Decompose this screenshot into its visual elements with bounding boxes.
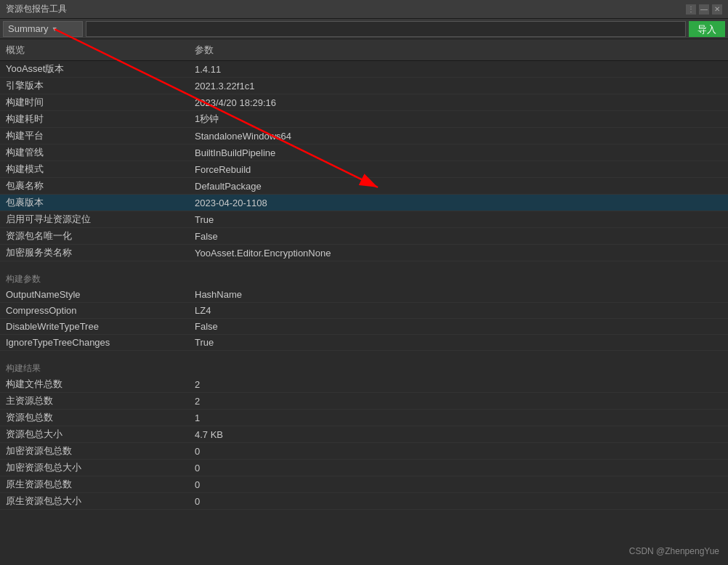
row-key: 构建耗时 — [6, 113, 195, 126]
row-val: False — [195, 231, 722, 242]
table-row: 资源包总大小 4.7 KB — [0, 426, 728, 443]
section-spacer — [0, 351, 728, 357]
row-val: 2023/4/20 18:29:16 — [195, 97, 722, 108]
row-val: 4.7 KB — [195, 429, 722, 440]
row-val: True — [195, 214, 722, 225]
table-row: 加密资源包总数 0 — [0, 443, 728, 460]
row-key: 资源包总大小 — [6, 428, 195, 441]
section-label-text: 构建参数 — [6, 273, 41, 285]
import-button[interactable]: 导入 — [689, 21, 725, 37]
row-key: IgnoreTypeTreeChanges — [6, 337, 195, 348]
row-key: 原生资源包总大小 — [6, 495, 195, 508]
row-key: 构建模式 — [6, 163, 195, 176]
section-label: 构建参数 — [0, 267, 728, 287]
table-row: OutputNameStyle HashName — [0, 287, 728, 303]
section-spacer — [0, 261, 728, 267]
row-key: 构建时间 — [6, 96, 195, 109]
column-headers: 概览 参数 — [0, 39, 728, 61]
dropdown-label: Summary — [8, 23, 49, 34]
row-key: 包裹版本 — [6, 196, 195, 209]
row-key: YooAsset版本 — [6, 62, 195, 76]
table-row: CompressOption LZ4 — [0, 303, 728, 319]
table-row: 资源包总数 1 — [0, 410, 728, 426]
row-val: 0 — [195, 479, 722, 490]
row-key: 包裹名称 — [6, 179, 195, 192]
table-row: 构建管线 BuiltInBuildPipeline — [0, 145, 728, 161]
row-val: YooAsset.Editor.EncryptionNone — [195, 248, 722, 259]
row-val: 2023-04-20-1108 — [195, 198, 722, 208]
row-val: False — [195, 321, 722, 332]
table-row: IgnoreTypeTreeChanges True — [0, 335, 728, 351]
row-key: 构建平台 — [6, 129, 195, 142]
row-val: 2 — [195, 379, 722, 390]
title-bar-left: 资源包报告工具 — [6, 3, 67, 15]
table-row: 加密资源包总大小 0 — [0, 460, 728, 476]
table-row: 原生资源包总数 0 — [0, 476, 728, 493]
row-val: True — [195, 337, 722, 348]
row-key: 资源包名唯一化 — [6, 229, 195, 243]
row-key: 构建文件总数 — [6, 378, 195, 391]
row-key: 原生资源包总数 — [6, 478, 195, 491]
title-bar: 资源包报告工具 ⋮ — ✕ — [0, 0, 728, 19]
row-val: 2021.3.22f1c1 — [195, 81, 722, 92]
table-row: 构建模式 ForceRebuild — [0, 161, 728, 178]
row-val: 1.4.11 — [195, 64, 722, 75]
row-key: 加密资源包总数 — [6, 444, 195, 458]
summary-dropdown[interactable]: Summary ▼ — [3, 21, 83, 37]
watermark: CSDN @ZhenpengYue — [629, 546, 719, 556]
row-val: DefaultPackage — [195, 181, 722, 192]
row-key: 引擎版本 — [6, 79, 195, 92]
table-row: 加密服务类名称 YooAsset.Editor.EncryptionNone — [0, 245, 728, 261]
title-bar-title: 资源包报告工具 — [6, 3, 67, 15]
table-row: 包裹版本 2023-04-20-1108 — [0, 195, 728, 211]
minimize-button[interactable]: — — [699, 4, 709, 15]
row-key: 加密服务类名称 — [6, 246, 195, 259]
row-key: 构建管线 — [6, 146, 195, 159]
row-val: ForceRebuild — [195, 164, 722, 175]
title-bar-controls: ⋮ — ✕ — [686, 4, 722, 15]
table-row: 引擎版本 2021.3.22f1c1 — [0, 78, 728, 94]
row-key: CompressOption — [6, 305, 195, 316]
row-val: LZ4 — [195, 305, 722, 316]
table-row: 构建时间 2023/4/20 18:29:16 — [0, 94, 728, 111]
row-key: 启用可寻址资源定位 — [6, 213, 195, 226]
row-val: HashName — [195, 289, 722, 300]
row-val: 2 — [195, 396, 722, 407]
row-key: DisableWriteTypeTree — [6, 321, 195, 332]
row-val: BuiltInBuildPipeline — [195, 147, 722, 158]
table-row: 启用可寻址资源定位 True — [0, 211, 728, 228]
row-val: 0 — [195, 446, 722, 457]
row-key: OutputNameStyle — [6, 289, 195, 300]
row-val: StandaloneWindows64 — [195, 131, 722, 142]
row-val: 1 — [195, 412, 722, 423]
table-row: 原生资源包总大小 0 — [0, 493, 728, 510]
col-header-value: 参数 — [195, 44, 722, 57]
row-key: 资源包总数 — [6, 411, 195, 424]
data-table: YooAsset版本 1.4.11 引擎版本 2021.3.22f1c1 构建时… — [0, 61, 728, 565]
table-row: 资源包名唯一化 False — [0, 228, 728, 245]
menu-button[interactable]: ⋮ — [686, 4, 696, 15]
toolbar: Summary ▼ 导入 — [0, 19, 728, 39]
chevron-down-icon: ▼ — [52, 25, 58, 33]
table-row: 主资源总数 2 — [0, 393, 728, 410]
table-row: 构建平台 StandaloneWindows64 — [0, 128, 728, 145]
row-val: 0 — [195, 463, 722, 473]
table-row: 包裹名称 DefaultPackage — [0, 178, 728, 195]
col-header-key: 概览 — [6, 44, 195, 57]
row-key: 主资源总数 — [6, 394, 195, 407]
table-row: YooAsset版本 1.4.11 — [0, 61, 728, 78]
table-row: DisableWriteTypeTree False — [0, 319, 728, 335]
section-label-text: 构建结果 — [6, 362, 41, 375]
table-row: 构建文件总数 2 — [0, 376, 728, 393]
section-label: 构建结果 — [0, 357, 728, 376]
row-val: 0 — [195, 496, 722, 507]
close-button[interactable]: ✕ — [712, 4, 722, 15]
search-input[interactable] — [86, 21, 686, 37]
row-val: 1秒钟 — [195, 113, 722, 126]
table-row: 构建耗时 1秒钟 — [0, 111, 728, 128]
row-key: 加密资源包总大小 — [6, 461, 195, 474]
